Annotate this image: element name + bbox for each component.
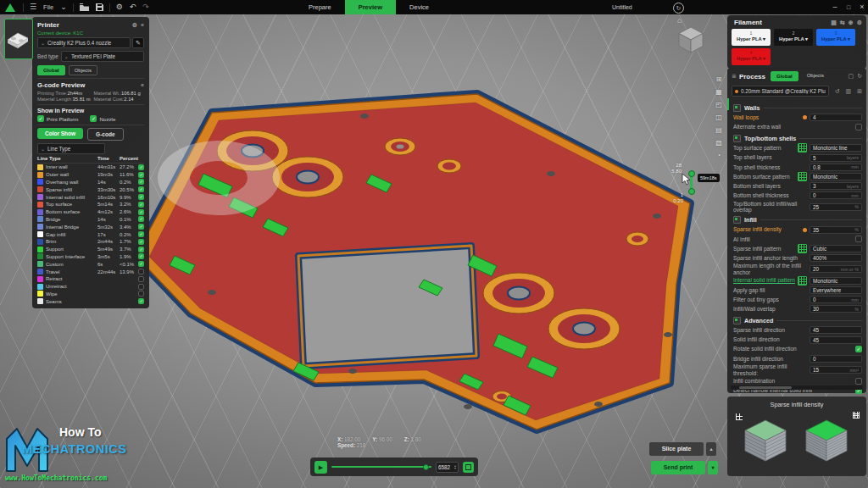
sparse-infill-density-input[interactable]: 35% bbox=[810, 226, 862, 234]
settings-horizontal-scrollbar[interactable] bbox=[731, 385, 863, 390]
step-down-icon[interactable]: ▾ bbox=[454, 467, 456, 470]
sparse-infill-direction-input[interactable]: 45 bbox=[810, 326, 862, 334]
close-button[interactable]: × bbox=[856, 0, 868, 14]
file-menu[interactable]: File bbox=[43, 0, 53, 14]
filament-slot-2[interactable]: 2 Hyper PLA ▾ bbox=[774, 29, 813, 46]
process-tab-global[interactable]: Global bbox=[771, 71, 798, 81]
apply-gap-fill-select[interactable]: Everywhere bbox=[810, 286, 862, 294]
printer-select[interactable]: ⌄ Creality K2 Plus 0.4 nozzle bbox=[37, 37, 131, 48]
bridge-infill-direction-input[interactable]: 0 bbox=[810, 355, 862, 363]
top-shell-layers-input[interactable]: 5layers bbox=[810, 154, 862, 162]
line-type-visibility-checkbox[interactable] bbox=[138, 202, 144, 208]
line-type-visibility-checkbox[interactable] bbox=[138, 224, 144, 230]
infill-wall-overlap-input[interactable]: 30% bbox=[810, 305, 862, 313]
slice-options-dropdown[interactable]: ▴ bbox=[706, 442, 716, 456]
line-type-visibility-checkbox[interactable] bbox=[138, 253, 144, 259]
preset-reset-icon[interactable]: ↺ bbox=[835, 88, 840, 95]
infill-anchor-length-select[interactable]: 400% bbox=[810, 254, 862, 262]
process-tab-objects[interactable]: Objects bbox=[802, 71, 829, 80]
scrollbar-thumb[interactable] bbox=[739, 386, 792, 389]
slider-handle[interactable] bbox=[423, 464, 429, 470]
rotate-solid-infill-checkbox[interactable] bbox=[855, 346, 862, 352]
home-view-icon[interactable]: ⌂ bbox=[677, 16, 682, 25]
loop-toggle-button[interactable] bbox=[463, 462, 474, 473]
print-platform-checkbox[interactable] bbox=[37, 115, 44, 122]
send-options-dropdown[interactable]: ▾ bbox=[708, 461, 718, 474]
line-type-visibility-checkbox[interactable] bbox=[138, 194, 144, 200]
printer-settings-gear-icon[interactable]: ⚙ bbox=[132, 22, 137, 29]
filter-tiny-gaps-input[interactable]: 0mm bbox=[810, 296, 862, 303]
menu-icon[interactable]: ☰ bbox=[30, 0, 36, 14]
line-type-visibility-checkbox[interactable] bbox=[138, 231, 144, 237]
setting-label-link[interactable]: Internal solid infill pattern bbox=[733, 277, 795, 284]
undo-icon[interactable]: ↶ bbox=[130, 0, 136, 14]
tab-global[interactable]: Global bbox=[37, 65, 65, 75]
line-type-visibility-checkbox[interactable] bbox=[138, 247, 144, 252]
bottom-surface-pattern-select[interactable]: Monotonic bbox=[810, 173, 862, 180]
preset-save-icon[interactable]: ▥ bbox=[846, 88, 852, 95]
process-compare-icon[interactable]: ▢ bbox=[849, 73, 854, 80]
wall-loops-input[interactable]: 4 bbox=[810, 114, 862, 121]
tab-preview[interactable]: Preview bbox=[345, 0, 396, 14]
max-sparse-threshold-input[interactable]: 15mm² bbox=[810, 366, 862, 374]
color-show-button[interactable]: Color Show bbox=[37, 128, 83, 139]
line-type-visibility-checkbox[interactable] bbox=[138, 284, 144, 290]
line-type-visibility-checkbox[interactable] bbox=[138, 276, 144, 282]
filament-list-icon[interactable]: ▤ bbox=[831, 19, 837, 26]
filament-slot-1[interactable]: 1 Hyper PLA ▾ bbox=[732, 29, 771, 46]
line-type-visibility-checkbox[interactable] bbox=[138, 179, 144, 185]
chevron-down-icon[interactable]: ⌄ bbox=[60, 0, 67, 14]
gcode-view-button[interactable]: G-code bbox=[87, 128, 123, 141]
ai-infill-checkbox[interactable] bbox=[855, 236, 862, 242]
send-print-button[interactable]: Send print bbox=[651, 461, 705, 474]
infill-combination-checkbox[interactable] bbox=[855, 378, 862, 385]
move-number-input[interactable]: 6582 ▴▾ bbox=[436, 462, 459, 473]
process-refresh-icon[interactable]: ↻ bbox=[857, 73, 862, 80]
solid-infill-direction-input[interactable]: 45 bbox=[810, 336, 862, 344]
save-icon[interactable] bbox=[96, 3, 103, 11]
process-preset-select[interactable]: 0.20mm Standard @Creality K2 Plus 0.4... bbox=[732, 86, 829, 97]
minimize-button[interactable]: – bbox=[829, 0, 841, 14]
line-type-visibility-checkbox[interactable] bbox=[138, 261, 144, 267]
collapse-panel-icon[interactable]: « bbox=[141, 82, 144, 88]
max-infill-anchor-input[interactable]: 20mm or % bbox=[810, 265, 862, 273]
viewport-tool-icon[interactable]: ▧ bbox=[714, 138, 724, 148]
viewport-tool-icon[interactable]: ▦ bbox=[714, 87, 724, 97]
viewport-tool-icon[interactable]: ▤ bbox=[714, 125, 724, 136]
top-shell-thickness-input[interactable]: 0.8mm bbox=[810, 164, 862, 171]
viewport-tool-icon[interactable]: ◰ bbox=[714, 100, 724, 110]
alternate-extra-wall-checkbox[interactable] bbox=[855, 124, 862, 130]
tab-device[interactable]: Device bbox=[396, 0, 442, 14]
layer-slider-bottom-handle[interactable] bbox=[688, 188, 695, 195]
line-type-visibility-checkbox[interactable] bbox=[138, 186, 144, 192]
slice-plate-button[interactable]: Slice plate bbox=[649, 442, 704, 456]
collapse-panel-icon[interactable]: « bbox=[141, 22, 144, 28]
line-type-visibility-checkbox[interactable] bbox=[138, 291, 144, 297]
app-logo[interactable] bbox=[5, 3, 15, 12]
filament-slot-3[interactable]: 3 Hyper PLA ▾ bbox=[816, 29, 855, 46]
viewport-tool-icon[interactable]: ⊞ bbox=[714, 75, 724, 85]
line-type-visibility-checkbox[interactable] bbox=[138, 172, 144, 178]
viewport-tool-icon[interactable]: ◫ bbox=[714, 113, 724, 123]
line-type-visibility-checkbox[interactable] bbox=[138, 298, 144, 304]
line-type-visibility-checkbox[interactable] bbox=[138, 209, 144, 215]
edit-printer-button[interactable]: ✎ bbox=[132, 37, 144, 48]
filament-swap-icon[interactable]: ⇆ bbox=[840, 19, 845, 26]
bed-type-select[interactable]: ⌄ Textured PEI Plate bbox=[61, 51, 144, 62]
tab-objects[interactable]: Objects bbox=[69, 65, 97, 75]
filament-slot-4[interactable]: 4 Hyper PLA ▾ bbox=[732, 48, 771, 65]
account-sync-icon[interactable]: ↻ bbox=[673, 3, 684, 14]
bottom-shell-thickness-input[interactable]: 0mm bbox=[810, 191, 862, 199]
sparse-infill-pattern-select[interactable]: Cubic bbox=[810, 245, 862, 252]
line-type-visibility-checkbox[interactable] bbox=[138, 239, 144, 245]
maximize-button[interactable]: □ bbox=[843, 0, 854, 14]
line-type-visibility-checkbox[interactable] bbox=[138, 216, 144, 222]
plate-thumbnail[interactable] bbox=[4, 19, 33, 59]
line-type-visibility-checkbox[interactable] bbox=[138, 269, 144, 274]
bottom-shell-layers-input[interactable]: 3layers bbox=[810, 182, 862, 190]
redo-icon[interactable]: ↷ bbox=[142, 0, 149, 14]
top-surface-pattern-select[interactable]: Monotonic line bbox=[810, 144, 862, 152]
solid-infill-wall-overlap-input[interactable]: 25% bbox=[810, 203, 862, 211]
filament-settings-icon[interactable]: ⚙ bbox=[857, 19, 862, 26]
play-button[interactable]: ▶ bbox=[314, 461, 327, 474]
